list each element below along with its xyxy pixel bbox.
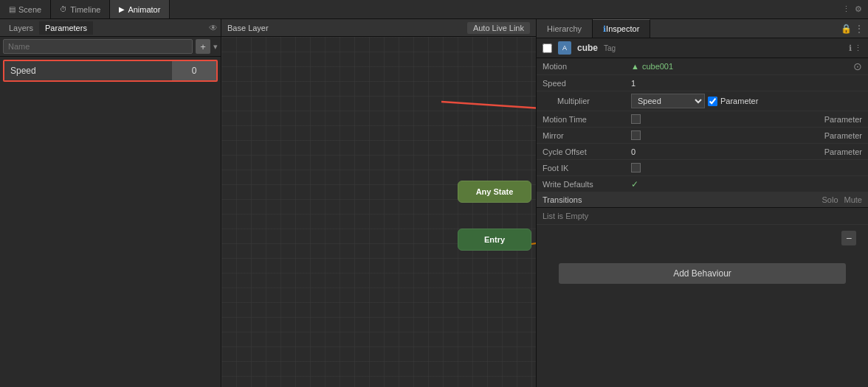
transitions-actions: Solo Mute [822, 195, 863, 204]
add-param-button[interactable]: + [196, 39, 210, 54]
canvas-svg [221, 37, 536, 387]
state-entry[interactable]: Entry [458, 229, 531, 251]
tab-parameters[interactable]: Parameters [39, 21, 93, 35]
list-empty-label: List is Empty [542, 212, 588, 220]
canvas-area[interactable]: Any State Entry cube [221, 37, 536, 387]
mute-label[interactable]: Mute [844, 195, 862, 204]
motion-value-text: cube001 [642, 62, 673, 71]
tab-animator-label: Animator [128, 5, 160, 14]
cycle-offset-value: 0 [631, 147, 824, 156]
state-any-state[interactable]: Any State [458, 181, 531, 203]
settings-icon[interactable]: ⚙ [855, 4, 862, 14]
motion-time-param-label: Parameter [824, 115, 862, 124]
remove-transition-button[interactable]: − [841, 231, 856, 245]
inspector-tab-label: Inspector [606, 24, 639, 33]
motion-picker-icon[interactable]: ⊙ [853, 60, 862, 72]
solo-label[interactable]: Solo [822, 195, 838, 204]
tabs-action-icons: ⋮ ⚙ [836, 4, 868, 14]
auto-live-link-button[interactable]: Auto Live Link [467, 22, 530, 34]
write-defaults-label: Write Defaults [542, 180, 631, 189]
base-layer-label: Base Layer [227, 24, 269, 32]
foot-ik-checkbox-row [631, 163, 641, 172]
main-content: Layers Parameters 👁 + ▾ Speed Base Layer… [0, 19, 868, 387]
object-tag-label: Tag [604, 44, 616, 52]
svg-line-0 [531, 237, 536, 244]
center-canvas: Base Layer Auto Live Link Any State Entr… [221, 19, 536, 387]
left-panel: Layers Parameters 👁 + ▾ Speed [0, 19, 221, 387]
tab-timeline-label: Timeline [70, 5, 100, 14]
motion-label: Motion [542, 62, 631, 71]
transitions-label: Transitions [542, 195, 582, 204]
tab-inspector[interactable]: ℹ Inspector [593, 19, 650, 38]
inspector-settings-icon[interactable]: ℹ ⋮ [849, 43, 862, 53]
search-input[interactable] [3, 39, 193, 54]
add-behaviour-button[interactable]: Add Behaviour [559, 263, 846, 284]
motion-time-checkbox[interactable] [631, 114, 641, 124]
right-panel-header: Hierarchy ℹ Inspector 🔒 ⋮ [537, 19, 868, 38]
menu-icon[interactable]: ⋮ [842, 4, 850, 14]
mirror-label: Mirror [542, 131, 631, 140]
multiplier-label: Multiplier [557, 97, 631, 105]
cycle-offset-param-label: Parameter [824, 147, 862, 156]
add-behaviour-container: Add Behaviour [537, 248, 868, 299]
list-empty-row: List is Empty [537, 208, 868, 225]
canvas-header: Base Layer Auto Live Link [221, 19, 536, 37]
animator-icon: ▶ [119, 5, 125, 13]
any-state-label: Any State [476, 187, 514, 196]
multiplier-parameter-label: Parameter [720, 97, 758, 105]
multiplier-row: Multiplier Speed Parameter [537, 91, 868, 111]
tab-scene-label: Scene [18, 5, 41, 14]
motion-value: ▲ cube001 [631, 62, 853, 71]
mirror-checkbox-row [631, 130, 641, 140]
param-speed-row: Speed [3, 60, 218, 82]
mirror-row: Mirror Parameter [537, 128, 868, 144]
motion-row: Motion ▲ cube001 ⊙ [537, 58, 868, 75]
object-enabled-checkbox[interactable] [542, 43, 552, 53]
svg-line-1 [441, 102, 536, 131]
entry-label: Entry [484, 235, 505, 244]
param-speed-value[interactable] [172, 61, 216, 80]
write-defaults-row: Write Defaults ✓ [537, 176, 868, 192]
tab-animator[interactable]: ▶ Animator [110, 0, 170, 18]
left-panel-tabs: Layers Parameters 👁 [0, 19, 221, 37]
tab-layers[interactable]: Layers [3, 21, 39, 35]
right-panel-action-icons: 🔒 ⋮ [836, 24, 868, 34]
eye-icon[interactable]: 👁 [209, 23, 218, 33]
timeline-icon: ⏱ [60, 5, 67, 13]
foot-ik-checkbox[interactable] [631, 163, 641, 172]
motion-file-icon: ▲ [631, 62, 639, 71]
minus-btn-row: − [537, 225, 868, 248]
right-panel: Hierarchy ℹ Inspector 🔒 ⋮ A cube Tag ℹ ⋮… [536, 19, 868, 387]
transitions-section: Transitions Solo Mute [537, 192, 868, 208]
top-tab-bar: ▤ Scene ⏱ Timeline ▶ Animator ⋮ ⚙ [0, 0, 868, 19]
speed-row: Speed 1 [537, 75, 868, 91]
lock-icon[interactable]: 🔒 [841, 24, 852, 34]
object-icon: A [558, 41, 571, 55]
tab-scene[interactable]: ▤ Scene [0, 0, 51, 18]
inspector-body: Motion ▲ cube001 ⊙ Speed 1 Multiplier Sp… [537, 58, 868, 387]
motion-time-label: Motion Time [542, 115, 631, 124]
motion-time-row: Motion Time Parameter [537, 111, 868, 128]
param-speed-label: Speed [4, 61, 172, 80]
multiplier-select[interactable]: Speed [631, 94, 705, 108]
tab-timeline[interactable]: ⏱ Timeline [51, 0, 110, 18]
speed-value: 1 [631, 79, 862, 88]
search-row: + ▾ [0, 37, 221, 57]
more-icon[interactable]: ⋮ [855, 24, 864, 34]
cycle-offset-row: Cycle Offset 0 Parameter [537, 144, 868, 160]
inspector-object-row: A cube Tag ℹ ⋮ [537, 38, 868, 58]
mirror-param-label: Parameter [824, 131, 862, 140]
scene-icon: ▤ [9, 5, 16, 13]
hierarchy-tab-label: Hierarchy [547, 24, 582, 33]
multiplier-parameter-checkbox[interactable] [708, 97, 717, 106]
mirror-checkbox[interactable] [631, 130, 641, 140]
cycle-offset-label: Cycle Offset [542, 147, 631, 156]
foot-ik-label: Foot IK [542, 164, 631, 172]
tab-hierarchy[interactable]: Hierarchy [537, 19, 593, 38]
object-name: cube [577, 43, 598, 53]
write-defaults-checkmark: ✓ [631, 179, 638, 189]
motion-time-checkbox-row [631, 114, 641, 124]
speed-label: Speed [542, 79, 631, 88]
foot-ik-row: Foot IK [537, 160, 868, 176]
chevron-down-icon[interactable]: ▾ [213, 42, 218, 52]
